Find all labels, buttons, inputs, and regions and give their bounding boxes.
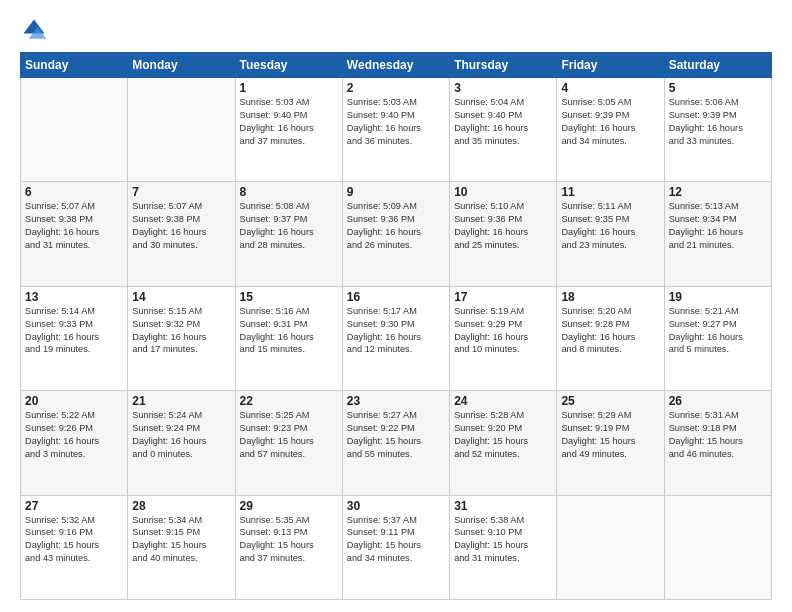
day-info: Sunrise: 5:38 AM Sunset: 9:10 PM Dayligh… [454, 514, 552, 566]
logo [20, 16, 52, 44]
calendar-cell: 6Sunrise: 5:07 AM Sunset: 9:38 PM Daylig… [21, 182, 128, 286]
calendar-week-row: 6Sunrise: 5:07 AM Sunset: 9:38 PM Daylig… [21, 182, 772, 286]
day-info: Sunrise: 5:27 AM Sunset: 9:22 PM Dayligh… [347, 409, 445, 461]
day-info: Sunrise: 5:03 AM Sunset: 9:40 PM Dayligh… [240, 96, 338, 148]
calendar-cell: 8Sunrise: 5:08 AM Sunset: 9:37 PM Daylig… [235, 182, 342, 286]
day-number: 2 [347, 81, 445, 95]
day-number: 5 [669, 81, 767, 95]
day-info: Sunrise: 5:09 AM Sunset: 9:36 PM Dayligh… [347, 200, 445, 252]
calendar-cell: 4Sunrise: 5:05 AM Sunset: 9:39 PM Daylig… [557, 78, 664, 182]
day-info: Sunrise: 5:03 AM Sunset: 9:40 PM Dayligh… [347, 96, 445, 148]
calendar-cell: 23Sunrise: 5:27 AM Sunset: 9:22 PM Dayli… [342, 391, 449, 495]
day-number: 6 [25, 185, 123, 199]
calendar-cell: 2Sunrise: 5:03 AM Sunset: 9:40 PM Daylig… [342, 78, 449, 182]
calendar-cell: 17Sunrise: 5:19 AM Sunset: 9:29 PM Dayli… [450, 286, 557, 390]
day-info: Sunrise: 5:25 AM Sunset: 9:23 PM Dayligh… [240, 409, 338, 461]
calendar-cell [21, 78, 128, 182]
day-info: Sunrise: 5:35 AM Sunset: 9:13 PM Dayligh… [240, 514, 338, 566]
day-info: Sunrise: 5:24 AM Sunset: 9:24 PM Dayligh… [132, 409, 230, 461]
day-number: 31 [454, 499, 552, 513]
day-number: 21 [132, 394, 230, 408]
calendar-week-row: 13Sunrise: 5:14 AM Sunset: 9:33 PM Dayli… [21, 286, 772, 390]
calendar-week-row: 20Sunrise: 5:22 AM Sunset: 9:26 PM Dayli… [21, 391, 772, 495]
day-number: 15 [240, 290, 338, 304]
calendar-cell: 27Sunrise: 5:32 AM Sunset: 9:16 PM Dayli… [21, 495, 128, 599]
calendar-week-row: 27Sunrise: 5:32 AM Sunset: 9:16 PM Dayli… [21, 495, 772, 599]
day-number: 3 [454, 81, 552, 95]
day-info: Sunrise: 5:15 AM Sunset: 9:32 PM Dayligh… [132, 305, 230, 357]
day-info: Sunrise: 5:16 AM Sunset: 9:31 PM Dayligh… [240, 305, 338, 357]
day-number: 14 [132, 290, 230, 304]
day-number: 30 [347, 499, 445, 513]
weekday-header: Saturday [664, 53, 771, 78]
calendar-cell: 1Sunrise: 5:03 AM Sunset: 9:40 PM Daylig… [235, 78, 342, 182]
calendar-cell: 31Sunrise: 5:38 AM Sunset: 9:10 PM Dayli… [450, 495, 557, 599]
day-info: Sunrise: 5:31 AM Sunset: 9:18 PM Dayligh… [669, 409, 767, 461]
calendar-cell: 24Sunrise: 5:28 AM Sunset: 9:20 PM Dayli… [450, 391, 557, 495]
day-info: Sunrise: 5:37 AM Sunset: 9:11 PM Dayligh… [347, 514, 445, 566]
calendar-cell: 16Sunrise: 5:17 AM Sunset: 9:30 PM Dayli… [342, 286, 449, 390]
day-info: Sunrise: 5:19 AM Sunset: 9:29 PM Dayligh… [454, 305, 552, 357]
day-info: Sunrise: 5:17 AM Sunset: 9:30 PM Dayligh… [347, 305, 445, 357]
logo-icon [20, 16, 48, 44]
day-info: Sunrise: 5:13 AM Sunset: 9:34 PM Dayligh… [669, 200, 767, 252]
weekday-header: Thursday [450, 53, 557, 78]
day-info: Sunrise: 5:14 AM Sunset: 9:33 PM Dayligh… [25, 305, 123, 357]
calendar-cell: 29Sunrise: 5:35 AM Sunset: 9:13 PM Dayli… [235, 495, 342, 599]
weekday-header: Sunday [21, 53, 128, 78]
calendar-cell: 10Sunrise: 5:10 AM Sunset: 9:36 PM Dayli… [450, 182, 557, 286]
calendar-cell [664, 495, 771, 599]
page: SundayMondayTuesdayWednesdayThursdayFrid… [0, 0, 792, 612]
day-info: Sunrise: 5:28 AM Sunset: 9:20 PM Dayligh… [454, 409, 552, 461]
calendar-cell: 3Sunrise: 5:04 AM Sunset: 9:40 PM Daylig… [450, 78, 557, 182]
day-number: 16 [347, 290, 445, 304]
day-number: 13 [25, 290, 123, 304]
weekday-header: Wednesday [342, 53, 449, 78]
day-info: Sunrise: 5:20 AM Sunset: 9:28 PM Dayligh… [561, 305, 659, 357]
calendar-cell: 25Sunrise: 5:29 AM Sunset: 9:19 PM Dayli… [557, 391, 664, 495]
day-number: 18 [561, 290, 659, 304]
day-info: Sunrise: 5:06 AM Sunset: 9:39 PM Dayligh… [669, 96, 767, 148]
day-number: 11 [561, 185, 659, 199]
day-info: Sunrise: 5:04 AM Sunset: 9:40 PM Dayligh… [454, 96, 552, 148]
day-number: 24 [454, 394, 552, 408]
calendar-cell: 18Sunrise: 5:20 AM Sunset: 9:28 PM Dayli… [557, 286, 664, 390]
day-info: Sunrise: 5:05 AM Sunset: 9:39 PM Dayligh… [561, 96, 659, 148]
calendar-cell: 19Sunrise: 5:21 AM Sunset: 9:27 PM Dayli… [664, 286, 771, 390]
day-number: 10 [454, 185, 552, 199]
day-info: Sunrise: 5:11 AM Sunset: 9:35 PM Dayligh… [561, 200, 659, 252]
calendar-cell: 20Sunrise: 5:22 AM Sunset: 9:26 PM Dayli… [21, 391, 128, 495]
calendar-body: 1Sunrise: 5:03 AM Sunset: 9:40 PM Daylig… [21, 78, 772, 600]
calendar-cell [128, 78, 235, 182]
calendar-cell: 9Sunrise: 5:09 AM Sunset: 9:36 PM Daylig… [342, 182, 449, 286]
calendar-cell: 14Sunrise: 5:15 AM Sunset: 9:32 PM Dayli… [128, 286, 235, 390]
day-number: 8 [240, 185, 338, 199]
day-info: Sunrise: 5:08 AM Sunset: 9:37 PM Dayligh… [240, 200, 338, 252]
calendar-week-row: 1Sunrise: 5:03 AM Sunset: 9:40 PM Daylig… [21, 78, 772, 182]
day-info: Sunrise: 5:22 AM Sunset: 9:26 PM Dayligh… [25, 409, 123, 461]
weekday-header: Monday [128, 53, 235, 78]
day-number: 22 [240, 394, 338, 408]
day-number: 27 [25, 499, 123, 513]
day-number: 9 [347, 185, 445, 199]
weekday-header: Friday [557, 53, 664, 78]
calendar-cell: 28Sunrise: 5:34 AM Sunset: 9:15 PM Dayli… [128, 495, 235, 599]
calendar-cell: 15Sunrise: 5:16 AM Sunset: 9:31 PM Dayli… [235, 286, 342, 390]
day-number: 12 [669, 185, 767, 199]
day-number: 26 [669, 394, 767, 408]
day-number: 23 [347, 394, 445, 408]
calendar: SundayMondayTuesdayWednesdayThursdayFrid… [20, 52, 772, 600]
calendar-cell: 7Sunrise: 5:07 AM Sunset: 9:38 PM Daylig… [128, 182, 235, 286]
day-number: 28 [132, 499, 230, 513]
day-info: Sunrise: 5:29 AM Sunset: 9:19 PM Dayligh… [561, 409, 659, 461]
calendar-cell: 21Sunrise: 5:24 AM Sunset: 9:24 PM Dayli… [128, 391, 235, 495]
day-number: 17 [454, 290, 552, 304]
day-number: 20 [25, 394, 123, 408]
calendar-cell: 26Sunrise: 5:31 AM Sunset: 9:18 PM Dayli… [664, 391, 771, 495]
calendar-cell: 22Sunrise: 5:25 AM Sunset: 9:23 PM Dayli… [235, 391, 342, 495]
header [20, 16, 772, 44]
day-number: 19 [669, 290, 767, 304]
calendar-header: SundayMondayTuesdayWednesdayThursdayFrid… [21, 53, 772, 78]
weekday-header: Tuesday [235, 53, 342, 78]
day-info: Sunrise: 5:32 AM Sunset: 9:16 PM Dayligh… [25, 514, 123, 566]
